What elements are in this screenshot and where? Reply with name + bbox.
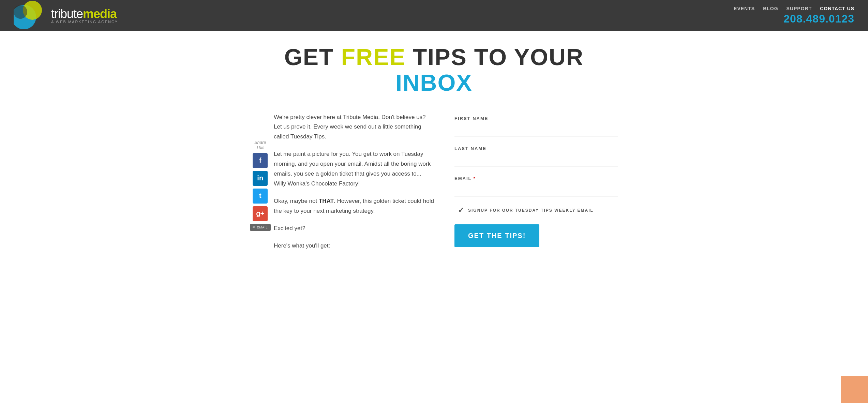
- site-header: tributemedia A WEB MARKETING AGENCY EVEN…: [0, 0, 868, 31]
- paragraph-3-pre: Okay, maybe not: [274, 198, 319, 204]
- paragraph-5: Here's what you'll get:: [274, 241, 434, 251]
- headline-inbox: INBOX: [395, 70, 472, 95]
- nav-blog[interactable]: BLOG: [763, 6, 778, 11]
- body-text: We're pretty clever here at Tribute Medi…: [274, 113, 434, 251]
- main-content: GET FREE TIPS TO YOUR INBOX ShareThis f …: [229, 31, 639, 272]
- email-label: EMAIL *: [454, 176, 618, 181]
- checkmark-icon: ✓: [458, 206, 464, 215]
- nav-contact[interactable]: CONTACT US: [820, 6, 854, 11]
- newsletter-label[interactable]: SIGNUP FOR OUR TUESDAY TIPS WEEKLY EMAIL: [468, 208, 594, 213]
- svg-point-3: [14, 5, 27, 19]
- paragraph-4: Excited yet?: [274, 224, 434, 234]
- logo-text: tributemedia A WEB MARKETING AGENCY: [51, 7, 118, 24]
- twitter-share-button[interactable]: t: [253, 189, 268, 204]
- logo-icon: [14, 0, 48, 31]
- headline-tips: TIPS TO YOUR: [406, 44, 584, 70]
- main-nav: EVENTS BLOG SUPPORT CONTACT US 208.489.0…: [734, 6, 854, 25]
- nav-support[interactable]: SUPPORT: [787, 6, 812, 11]
- logo-media: media: [83, 7, 117, 21]
- first-name-label: FIRST NAME: [454, 116, 618, 121]
- paragraph-3: Okay, maybe not THAT. However, this gold…: [274, 196, 434, 216]
- paragraph-1: We're pretty clever here at Tribute Medi…: [274, 113, 434, 142]
- headline-get: GET: [284, 44, 341, 70]
- share-sidebar: ShareThis f in t g+ ✉ EMAIL: [250, 140, 271, 231]
- first-name-group: FIRST NAME: [454, 116, 618, 136]
- logo-subtitle: A WEB MARKETING AGENCY: [51, 20, 118, 24]
- nav-events[interactable]: EVENTS: [734, 6, 755, 11]
- logo-tribute: tribute: [51, 7, 83, 21]
- last-name-label: LAST NAME: [454, 146, 618, 151]
- page-headline: GET FREE TIPS TO YOUR INBOX: [250, 44, 618, 95]
- logo-area: tributemedia A WEB MARKETING AGENCY: [14, 0, 118, 31]
- first-name-input[interactable]: [454, 124, 618, 136]
- facebook-share-button[interactable]: f: [253, 153, 268, 168]
- email-share-button[interactable]: ✉ EMAIL: [250, 224, 271, 231]
- share-label: ShareThis: [254, 140, 266, 150]
- paragraph-3-bold: THAT: [319, 198, 334, 204]
- last-name-group: LAST NAME: [454, 146, 618, 166]
- paragraph-2: Let me paint a picture for you. You get …: [274, 149, 434, 189]
- submit-button[interactable]: GET THE TIPS!: [454, 224, 539, 247]
- headline-free: FREE: [341, 44, 406, 70]
- email-input[interactable]: [454, 184, 618, 196]
- linkedin-share-button[interactable]: in: [253, 171, 268, 186]
- signup-form-column: FIRST NAME LAST NAME EMAIL * ✓ SIG: [454, 113, 618, 247]
- signup-form: FIRST NAME LAST NAME EMAIL * ✓ SIG: [454, 116, 618, 247]
- last-name-input[interactable]: [454, 154, 618, 166]
- nav-links: EVENTS BLOG SUPPORT CONTACT US: [734, 6, 854, 11]
- left-column: ShareThis f in t g+ ✉ EMAIL We're pretty…: [250, 113, 434, 258]
- required-marker: *: [474, 176, 476, 181]
- googleplus-share-button[interactable]: g+: [253, 206, 268, 221]
- newsletter-checkbox-row: ✓ SIGNUP FOR OUR TUESDAY TIPS WEEKLY EMA…: [454, 206, 618, 215]
- email-group: EMAIL *: [454, 176, 618, 196]
- content-columns: ShareThis f in t g+ ✉ EMAIL We're pretty…: [250, 113, 618, 258]
- phone-number[interactable]: 208.489.0123: [783, 13, 854, 25]
